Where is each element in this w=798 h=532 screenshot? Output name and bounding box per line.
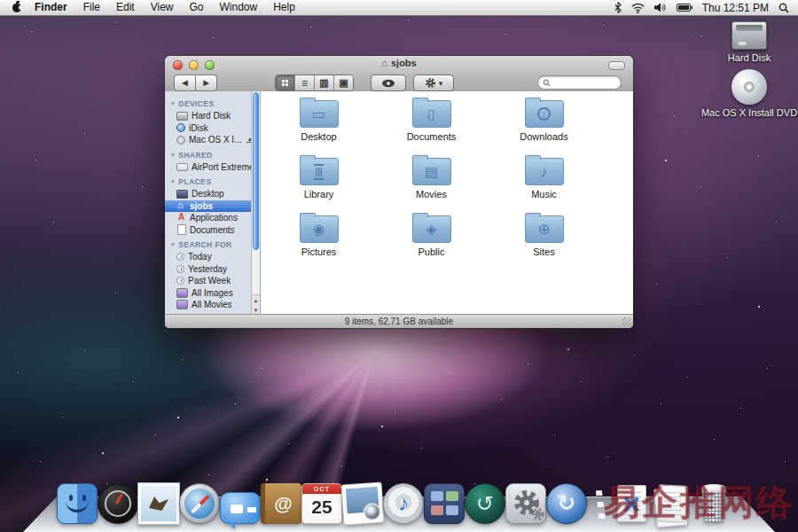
clock-icon [176,253,184,261]
menu-clock[interactable]: Thu 12:51 PM [702,2,769,14]
sidebar-item-today[interactable]: Today [165,251,252,263]
action-menu-button[interactable] [413,74,454,91]
sidebar-item-idisk[interactable]: iDisk [165,122,252,135]
dock-mail-icon[interactable] [138,483,179,524]
dock-address-book-icon[interactable] [261,483,301,524]
folder-item-desktop[interactable]: Desktop [262,97,375,154]
quick-look-button[interactable] [371,74,406,91]
applications-icon [176,214,186,223]
menu-item-edit[interactable]: Edit [108,0,143,15]
column-view-button[interactable] [315,75,334,90]
scroll-up-icon[interactable]: ▲ [254,298,259,303]
sidebar-header-search-for[interactable]: SEARCH FOR [165,236,252,251]
sidebar-header-places[interactable]: PLACES [165,173,252,188]
dock-system-preferences-icon[interactable] [505,483,546,524]
desktop-folder-icon [300,100,339,128]
battery-icon[interactable] [677,4,692,12]
folder-item-movies[interactable]: Movies [375,154,488,212]
dock-itunes-icon[interactable] [383,483,424,524]
dock-ichat-icon[interactable] [220,492,261,524]
finder-window: sjobs [165,56,633,328]
dock-time-machine-icon[interactable] [465,483,505,524]
search-icon [543,79,551,87]
spotlight-icon[interactable] [778,3,789,13]
menu-item-help[interactable]: Help [265,0,303,15]
gear-icon [506,484,547,525]
search-input[interactable] [551,78,610,87]
scroll-down-icon[interactable]: ▼ [254,308,259,313]
scrollbar-arrows[interactable]: ▲▼ [252,294,260,315]
dock-iphoto-icon[interactable] [340,481,384,525]
search-field[interactable] [537,75,622,90]
icon-view-button[interactable] [276,75,295,90]
dock-ical-icon[interactable]: OCT 25 [301,483,342,524]
folder-item-public[interactable]: Public [375,212,488,270]
sidebar-item-all-movies[interactable]: All Movies [165,299,252,311]
folder-item-music[interactable]: Music [488,154,600,212]
menu-item-window[interactable]: Window [212,0,266,15]
coverflow-view-button[interactable] [334,75,353,90]
sidebar-item-documents[interactable]: Documents [165,224,252,237]
apple-menu-icon[interactable] [7,0,27,15]
documents-folder-icon [412,100,451,128]
sidebar-item-airport-extreme[interactable]: AirPort Extreme [165,161,252,174]
status-text: 9 items, 62.71 GB available [345,317,453,326]
dock-dashboard-icon[interactable] [98,483,138,524]
toolbar-toggle-button[interactable] [608,61,625,70]
desktop-icon-label: Hard Disk [700,52,798,63]
sidebar-item-hard-disk[interactable]: Hard Disk [165,110,252,122]
sites-folder-icon [525,215,564,243]
list-view-button[interactable] [295,75,315,90]
clock-icon [176,277,184,285]
volume-icon[interactable] [654,3,667,12]
internal-drive-icon [176,112,188,121]
folder-item-downloads[interactable]: Downloads [488,97,600,154]
sidebar-item-all-images[interactable]: All Images [165,287,252,300]
sidebar-item-applications[interactable]: Applications [165,212,252,224]
sidebar-item-macosx-install[interactable]: Mac OS X I... [165,134,252,146]
menu-bar: Finder File Edit View Go Window Help Thu… [0,0,798,16]
dock-finder-icon[interactable] [57,483,98,524]
bluetooth-icon[interactable] [614,2,622,13]
folder-contents: Desktop Documents Downloads Library Movi… [261,91,633,315]
menu-item-view[interactable]: View [143,0,182,15]
public-folder-icon [412,215,451,243]
wifi-icon[interactable] [631,3,645,13]
dock-software-update-icon[interactable] [546,483,587,524]
sidebar-scrollbar[interactable]: ▲▼ [251,91,260,315]
menu-item-go[interactable]: Go [182,0,212,15]
scrollbar-thumb[interactable] [253,92,259,250]
hard-disk-icon [732,21,767,50]
sidebar-header-shared[interactable]: SHARED [165,146,252,161]
sidebar-item-sjobs[interactable]: sjobs [165,200,252,213]
folder-item-documents[interactable]: Documents [375,97,488,154]
smart-folder-icon [176,300,188,309]
airport-icon [176,163,188,171]
sidebar-header-devices[interactable]: DEVICES [165,95,252,110]
back-button[interactable] [174,74,196,91]
pictures-folder-icon [300,215,339,243]
window-chrome[interactable]: sjobs [165,56,633,92]
dock-safari-icon[interactable] [179,483,220,524]
home-icon [176,201,186,210]
desktop-icon-install-dvd[interactable]: Mac OS X Install DVD [700,69,798,118]
window-title: sjobs [165,58,633,68]
forward-button[interactable] [196,74,217,91]
folder-item-pictures[interactable]: Pictures [262,212,375,270]
gear-icon [425,77,436,89]
music-folder-icon [525,158,564,185]
menu-item-finder[interactable]: Finder [27,0,75,15]
menu-item-file[interactable]: File [75,0,108,15]
folder-item-library[interactable]: Library [262,154,375,212]
sidebar: DEVICES Hard Disk iDisk Mac OS X I... SH… [165,91,261,315]
navigation-buttons [174,74,217,91]
sidebar-item-past-week[interactable]: Past Week [165,275,252,287]
desktop-icon-hard-disk[interactable]: Hard Disk [700,21,798,63]
document-icon [177,224,186,235]
dock-spaces-icon[interactable] [424,483,465,524]
sidebar-item-yesterday[interactable]: Yesterday [165,263,252,276]
sidebar-item-desktop[interactable]: Desktop [165,188,252,200]
resize-grip[interactable] [622,317,631,326]
folder-item-sites[interactable]: Sites [488,212,600,270]
optical-disc-icon [176,136,185,145]
